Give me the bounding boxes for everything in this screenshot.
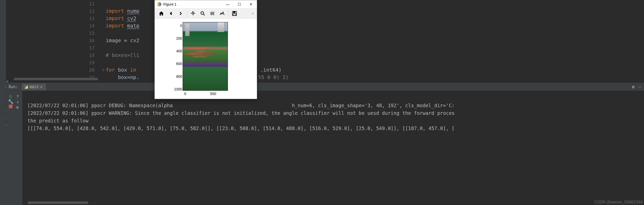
gear-icon[interactable]: ⚙	[632, 84, 635, 89]
plot-image-area: 上海斯格威铂尔曼大酒店 江雨路15号 上海虹桥新花园公寓 打浦路252935号	[183, 22, 228, 91]
maximize-button[interactable]: ☐	[233, 0, 245, 8]
console-line: [2022/07/22 02:01:06] ppocr WARNING: Sin…	[27, 110, 455, 116]
save-icon[interactable]	[230, 9, 239, 18]
code-text: box=np.	[106, 74, 139, 80]
back-icon[interactable]	[166, 9, 176, 18]
zoom-icon[interactable]	[198, 9, 207, 18]
keyword: for	[106, 67, 115, 73]
line-number: 17	[83, 44, 100, 52]
x-tick: 0	[184, 92, 186, 96]
line-number: 18	[83, 52, 100, 59]
code-text: box	[115, 67, 130, 73]
figure-title: Figure 1	[163, 2, 176, 6]
run-tab-main[interactable]: main ×	[22, 84, 46, 90]
home-icon[interactable]	[157, 9, 166, 18]
y-tick: 0	[180, 24, 182, 28]
toolbar-separator	[187, 10, 187, 17]
fold-marker-icon[interactable]: ⊟	[102, 66, 104, 74]
editor-gutter-area: 11 12 13 14 15 16 17 18 19 20 21	[6, 0, 100, 81]
configure-subplots-icon[interactable]	[208, 9, 217, 18]
building-shape	[185, 24, 190, 36]
ide-left-sidebar: Structure Bookmarks	[0, 0, 6, 205]
svg-point-3	[213, 14, 214, 15]
line-number: 16	[83, 37, 100, 44]
line-number: 20	[83, 66, 100, 74]
line-number: 13	[83, 15, 100, 22]
figure-toolbar: »	[155, 8, 257, 19]
matplotlib-figure-window: Figure 1 — ☐ ✕ » 0 200 400 600 800 1000	[154, 0, 257, 99]
svg-rect-5	[233, 11, 235, 13]
keyword: import	[106, 23, 124, 29]
ocr-text: 打浦路252935号	[193, 55, 206, 58]
svg-point-2	[211, 13, 212, 14]
y-tick: 400	[176, 49, 182, 53]
line-number: 15	[83, 29, 100, 37]
stop-icon[interactable]	[9, 105, 12, 108]
console-line: [[[74.0, 554.0], [428.0, 542.0], [429.0,…	[27, 125, 455, 131]
y-tick: 600	[176, 62, 182, 66]
up-arrow-icon[interactable]: ↑	[15, 93, 20, 98]
code-text: image = cv2	[106, 37, 139, 43]
module-name: matp	[127, 23, 139, 29]
svg-rect-6	[233, 13, 236, 15]
editor-hscrollbar[interactable]	[14, 78, 98, 80]
toolbar-separator	[228, 10, 228, 17]
console-output[interactable]: [2022/07/22 02:01:06] ppocr DEBUG: Names…	[22, 91, 644, 205]
down-arrow-icon[interactable]: ↓	[15, 99, 20, 104]
pan-icon[interactable]	[189, 9, 198, 18]
code-text: 55 0 0) 2)	[258, 74, 289, 81]
figure-titlebar[interactable]: Figure 1 — ☐ ✕	[155, 0, 257, 8]
toolbar-overflow-icon[interactable]: »	[252, 12, 255, 15]
run-title: Run:	[9, 85, 18, 89]
y-tick: 1000	[174, 87, 182, 91]
edit-axis-icon[interactable]	[217, 9, 227, 18]
module-name: nump	[127, 8, 139, 14]
minimize-button[interactable]: —	[222, 0, 233, 8]
wrench-icon[interactable]: 🔧	[8, 99, 13, 104]
hide-icon[interactable]: —	[639, 85, 641, 89]
y-tick: 800	[176, 74, 182, 78]
displayed-image: 上海斯格威铂尔曼大酒店 江雨路15号 上海虹桥新花园公寓 打浦路252935号	[183, 22, 228, 91]
keyword: import	[106, 15, 124, 21]
building-shape	[218, 22, 224, 32]
soft-wrap-icon[interactable]: ⇉	[15, 105, 20, 109]
close-button[interactable]: ✕	[245, 0, 257, 8]
close-icon[interactable]: ×	[40, 85, 42, 89]
console-hscrollbar[interactable]	[27, 201, 88, 204]
run-tab-label: main	[29, 85, 39, 89]
figure-canvas[interactable]: 0 200 400 600 800 1000 上海斯格威铂尔曼大酒店 江雨路15…	[155, 19, 257, 99]
python-file-icon	[24, 85, 28, 89]
run-header: Run: main × ⚙ —	[6, 83, 644, 91]
module-name: cv2	[127, 15, 136, 21]
line-number: 14	[83, 22, 100, 29]
line-number: 19	[83, 59, 100, 66]
watermark-text: CSDN @weixin_50862344	[594, 200, 642, 204]
code-text: .int64)	[260, 66, 281, 74]
svg-point-1	[213, 12, 214, 13]
line-number-gutter: 11 12 13 14 15 16 17 18 19 20 21	[83, 0, 100, 81]
line-number: 11	[83, 0, 100, 7]
rerun-icon[interactable]: ↻	[8, 93, 13, 98]
x-tick: 500	[210, 92, 216, 96]
svg-point-0	[201, 11, 204, 14]
matplotlib-icon	[157, 2, 161, 6]
y-tick: 200	[176, 36, 182, 40]
comment: # boxes=[li	[106, 52, 139, 58]
line-number: 12	[83, 7, 100, 15]
run-left-toolbar: ↻ ↑ 🔧 ↓ ⇉	[6, 91, 22, 205]
console-line: the predict as follow	[27, 118, 88, 123]
run-tool-window: Run: main × ⚙ — ↻ ↑ 🔧 ↓ ⇉ [2022/07/22 02…	[6, 83, 644, 205]
editor-area: 11 12 13 14 15 16 17 18 19 20 21 import …	[6, 0, 644, 81]
console-line: [2022/07/22 02:01:06] ppocr DEBUG: Names…	[27, 103, 455, 108]
keyword: import	[106, 8, 124, 14]
keyword: in	[130, 67, 136, 73]
forward-icon[interactable]	[176, 9, 185, 18]
